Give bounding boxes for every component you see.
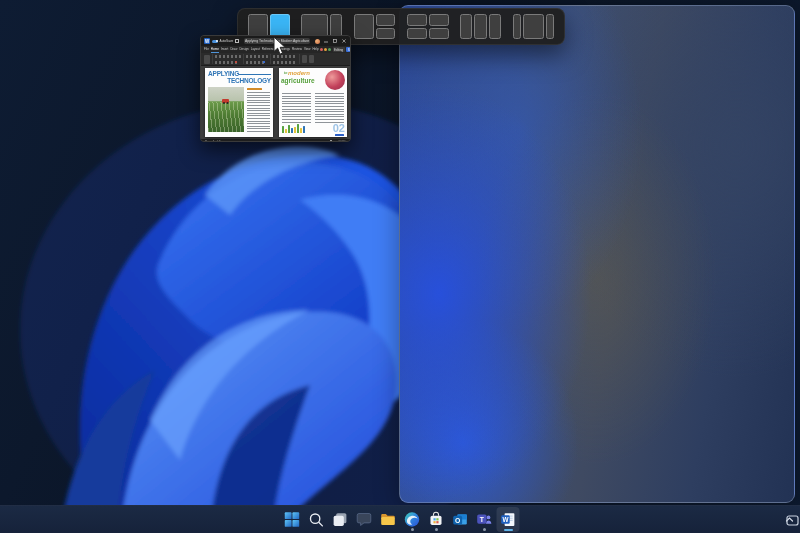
ribbon-tab-help[interactable]: Help <box>312 46 318 53</box>
page-number: 02 <box>333 123 345 134</box>
outlook-icon: O <box>452 511 469 528</box>
snap-layout-three-columns-center-wide <box>512 13 556 40</box>
taskbar: OTW <box>0 505 800 533</box>
dictate-button[interactable] <box>302 55 307 63</box>
ribbon-tab-design[interactable]: Design <box>239 46 248 53</box>
taskbar-chat[interactable] <box>353 507 376 532</box>
chart-bar <box>291 128 293 133</box>
running-app-dot <box>483 528 486 531</box>
ribbon-tab-review[interactable]: Review <box>292 46 302 53</box>
save-icon[interactable] <box>235 39 239 43</box>
body-text-placeholder <box>315 93 344 123</box>
toggle-pill <box>212 40 218 43</box>
task-view-icon <box>332 511 349 528</box>
autosave-toggle[interactable]: AutoSave <box>212 39 233 43</box>
highlight-swatch <box>263 61 265 63</box>
zoom-level[interactable]: 100% <box>338 140 346 143</box>
tray-partial-icon[interactable] <box>786 514 799 527</box>
chat-icon <box>356 511 373 528</box>
zoom-slider[interactable] <box>320 141 336 142</box>
taskbar-start[interactable] <box>281 507 304 532</box>
taskbar-file-explorer[interactable] <box>377 507 400 532</box>
editor-button[interactable] <box>309 55 314 63</box>
snap-cell[interactable] <box>407 28 427 40</box>
mouse-cursor <box>273 36 287 56</box>
snap-cell[interactable] <box>354 14 375 39</box>
font-color-swatch <box>235 61 237 63</box>
editing-dropdown[interactable]: Editing <box>333 47 345 52</box>
snap-cell[interactable] <box>429 14 449 26</box>
collaborator-avatar[interactable] <box>320 48 323 51</box>
snap-layout-three-columns-equal <box>459 13 503 40</box>
desktop: W AutoSave Applying Technology to Modern… <box>0 0 800 533</box>
minimize-button[interactable] <box>323 38 329 44</box>
font-group[interactable] <box>215 55 241 64</box>
snap-cell[interactable] <box>407 14 427 26</box>
edge-icon <box>404 511 421 528</box>
folder-icon <box>380 511 397 528</box>
document-canvas[interactable]: APPLYING TECHNOLOGY to modern agricultur… <box>201 66 350 139</box>
snap-preview-zone <box>399 5 795 503</box>
chart-bar <box>294 127 296 133</box>
store-icon <box>428 511 445 528</box>
tractor-field-photo <box>208 87 244 132</box>
collaborator-avatar[interactable] <box>328 48 331 51</box>
taskbar-task-view[interactable] <box>329 507 352 532</box>
page-count-label[interactable]: Page 1 of 2 <box>205 140 220 143</box>
active-window-indicator <box>504 529 513 532</box>
share-button[interactable]: Share <box>346 47 350 52</box>
body-text-placeholder <box>247 92 270 132</box>
snap-layout-four-quadrants <box>406 13 450 40</box>
taskbar-teams[interactable]: T <box>473 507 496 532</box>
taskbar-outlook[interactable]: O <box>449 507 472 532</box>
word-app-icon: W <box>204 38 210 44</box>
ribbon-tab-home[interactable]: Home <box>211 46 219 53</box>
circular-photo <box>325 70 345 90</box>
taskbar-search[interactable] <box>305 507 328 532</box>
headline-agriculture: agriculture <box>281 77 315 84</box>
orange-subhead <box>247 88 262 90</box>
chart-bar <box>303 126 305 133</box>
ribbon-tab-insert[interactable]: Insert <box>221 46 229 53</box>
chart-bar <box>300 128 302 133</box>
search-icon <box>308 511 325 528</box>
chart-bar <box>297 124 299 133</box>
headline-applying: APPLYING <box>208 70 239 77</box>
paste-button[interactable] <box>204 55 210 64</box>
snap-cell[interactable] <box>523 14 544 39</box>
maximize-button[interactable] <box>332 38 338 44</box>
document-page-1: APPLYING TECHNOLOGY <box>205 68 273 137</box>
svg-text:O: O <box>455 517 460 524</box>
snap-cell[interactable] <box>489 14 502 39</box>
windows-start-icon <box>284 511 301 528</box>
close-button[interactable] <box>341 38 347 44</box>
snap-cell[interactable] <box>376 14 395 26</box>
taskbar-edge[interactable] <box>401 507 424 532</box>
collaborator-avatar[interactable] <box>324 48 327 51</box>
snap-cell[interactable] <box>429 28 449 40</box>
word-icon: W <box>500 511 517 528</box>
snap-cell[interactable] <box>376 28 395 40</box>
ribbon-tab-draw[interactable]: Draw <box>230 46 237 53</box>
snap-layout-left-half-right-stacked <box>353 13 397 40</box>
snap-cell[interactable] <box>474 14 487 39</box>
headline-rule <box>239 74 271 75</box>
teams-icon: T <box>476 511 493 528</box>
body-text-placeholder <box>282 93 311 123</box>
snap-cell[interactable] <box>513 14 522 39</box>
ribbon-tab-view[interactable]: View <box>304 46 310 53</box>
user-avatar[interactable] <box>315 39 320 44</box>
ribbon-tab-layout[interactable]: Layout <box>251 46 260 53</box>
running-app-dot <box>435 528 438 531</box>
chart-bar <box>285 129 287 133</box>
taskbar-word[interactable]: W <box>497 507 520 532</box>
snap-cell[interactable] <box>546 14 555 39</box>
mini-bar-chart <box>282 123 305 133</box>
taskbar-store[interactable] <box>425 507 448 532</box>
snap-cell[interactable] <box>460 14 473 39</box>
headline-technology: TECHNOLOGY <box>227 77 271 84</box>
ribbon-tab-file[interactable]: File <box>204 46 209 53</box>
system-tray <box>785 506 794 533</box>
headline-modern: modern <box>288 70 310 76</box>
headline-to: to <box>284 71 287 75</box>
